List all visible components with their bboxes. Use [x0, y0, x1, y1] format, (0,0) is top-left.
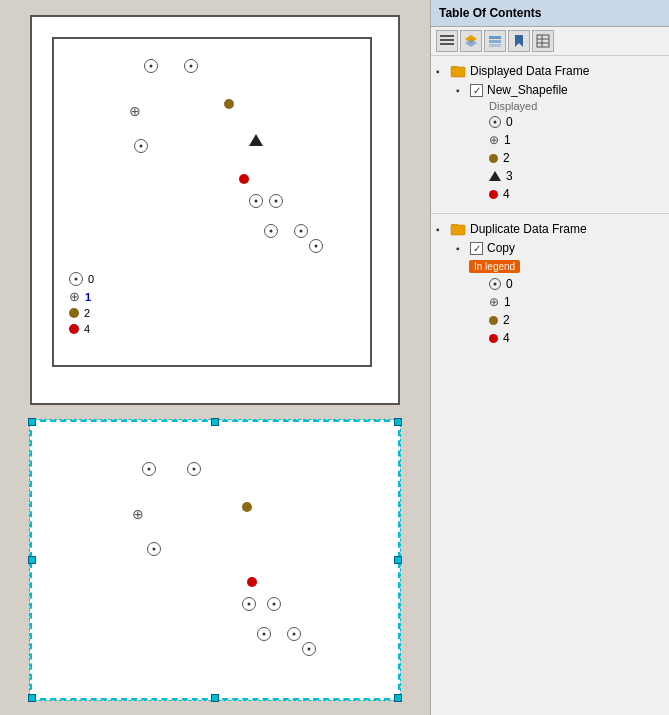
dup-symbol-circle-dot [242, 597, 256, 611]
legend-sym-brown-2 [489, 154, 498, 163]
toc-panel: Table Of Contents [430, 0, 669, 715]
toc-tool-list[interactable] [436, 30, 458, 52]
dup-symbol-circle-dot [287, 627, 301, 641]
toc-legend-copy-item-4: 4 [489, 329, 669, 347]
dup-symbol-crosshair: ⊕ [132, 507, 144, 521]
handle-bl[interactable] [28, 694, 36, 702]
checkbox-copy[interactable]: ✓ [470, 242, 483, 255]
symbol-circle-dot [184, 59, 198, 73]
in-legend-badge: In legend [469, 260, 520, 273]
legend-text-0: 0 [506, 115, 513, 129]
legend-sym-circle-dot-0 [489, 116, 501, 128]
layers-icon [464, 34, 478, 48]
dup-symbol-circle-dot [142, 462, 156, 476]
map-area: ⊕ [0, 0, 430, 715]
toc-section-duplicate: ▪ Duplicate Data Frame ▪ ✓ Copy In legen… [431, 219, 669, 347]
handle-tm[interactable] [211, 418, 219, 426]
svg-rect-14 [451, 66, 458, 69]
toc-legend-copy: 0 ⊕ 1 2 4 [451, 275, 669, 347]
toc-legend-copy-item-2: 2 [489, 311, 669, 329]
toc-tool-layers[interactable] [460, 30, 482, 52]
dup-symbol-circle-dot [302, 642, 316, 656]
dup-symbol-circle-dot [267, 597, 281, 611]
svg-rect-7 [489, 44, 501, 47]
svg-rect-1 [440, 39, 454, 41]
toc-legend-item-0: 0 [489, 113, 669, 131]
legend-item-0: 0 [69, 272, 94, 286]
legend-text-2: 2 [503, 151, 510, 165]
svg-rect-0 [440, 35, 454, 37]
legend-text-1: 1 [504, 133, 511, 147]
svg-rect-6 [489, 40, 501, 43]
displayed-frame-inner: ⊕ [52, 37, 372, 367]
legend-label-0: 0 [88, 273, 94, 285]
bookmark-icon [512, 34, 526, 48]
symbol-crosshair: ⊕ [129, 104, 141, 118]
toc-legend-item-4: 4 [489, 185, 669, 203]
dup-symbol-circle-dot [147, 542, 161, 556]
folder-icon-duplicate [450, 221, 466, 237]
handle-tr[interactable] [394, 418, 402, 426]
toc-layer-header-new-shapefile: ▪ ✓ New_Shapefile [451, 81, 669, 99]
folder-icon-displayed [450, 63, 466, 79]
toc-divider [431, 213, 669, 214]
copy-legend-text-1: 1 [504, 295, 511, 309]
in-legend-badge-container: In legend [451, 259, 669, 273]
toc-layer-copy: ▪ ✓ Copy In legend 0 ⊕ 1 [431, 239, 669, 347]
legend-text-4: 4 [503, 187, 510, 201]
toc-layer-header-copy: ▪ ✓ Copy [451, 239, 669, 257]
checkbox-new-shapefile[interactable]: ✓ [470, 84, 483, 97]
duplicate-frame[interactable]: ⊕ [30, 420, 400, 700]
toc-legend-new-shapefile: Displayed 0 ⊕ 1 2 3 [451, 99, 669, 203]
symbol-brown-dot [224, 99, 234, 109]
copy-legend-sym-red-4 [489, 334, 498, 343]
svg-rect-5 [489, 36, 501, 39]
copy-legend-sym-circle-dot-0 [489, 278, 501, 290]
toc-section-title-duplicate: Duplicate Data Frame [470, 222, 587, 236]
layer-name-new-shapefile: New_Shapefile [487, 83, 568, 97]
toc-tool-table[interactable] [532, 30, 554, 52]
symbol-circle-dot [134, 139, 148, 153]
toc-legend-item-1: ⊕ 1 [489, 131, 669, 149]
svg-rect-17 [451, 224, 458, 227]
legend-sym-red-4 [489, 190, 498, 199]
toc-content: ▪ Displayed Data Frame ▪ ✓ New_Shapefile… [431, 56, 669, 715]
legend-sym-triangle-3 [489, 171, 501, 181]
legend-text-3: 3 [506, 169, 513, 183]
toc-section-title-displayed: Displayed Data Frame [470, 64, 589, 78]
table-icon [536, 34, 550, 48]
dup-symbol-circle-dot [257, 627, 271, 641]
layer-name-copy: Copy [487, 241, 515, 255]
handle-mr[interactable] [394, 556, 402, 564]
expand-icon-duplicate: ▪ [436, 224, 446, 235]
dup-symbol-brown-dot [242, 502, 252, 512]
legend-sym-crosshair-1: ⊕ [489, 134, 499, 146]
toc-toolbar [431, 27, 669, 56]
legend: 0 ⊕ 1 2 4 [69, 272, 94, 335]
legend-item-1: ⊕ 1 [69, 290, 94, 303]
legend-item-4: 4 [69, 323, 94, 335]
handle-br[interactable] [394, 694, 402, 702]
svg-marker-4 [465, 39, 477, 47]
legend-label-1: 1 [85, 291, 91, 303]
toc-legend-item-3: 3 [489, 167, 669, 185]
dup-symbol-red-dot [247, 577, 257, 587]
symbol-circle-dot [264, 224, 278, 238]
copy-legend-text-2: 2 [503, 313, 510, 327]
handle-bm[interactable] [211, 694, 219, 702]
toc-tool-bookmark[interactable] [508, 30, 530, 52]
symbol-triangle [249, 134, 263, 146]
svg-rect-2 [440, 43, 454, 45]
symbol-circle-dot [144, 59, 158, 73]
svg-rect-9 [537, 35, 549, 47]
legend-label-2: 2 [84, 307, 90, 319]
displayed-frame[interactable]: ⊕ [30, 15, 400, 405]
toc-tool-stack[interactable] [484, 30, 506, 52]
legend-item-2: 2 [69, 307, 94, 319]
toc-section-header-displayed[interactable]: ▪ Displayed Data Frame [431, 61, 669, 81]
toc-section-header-duplicate[interactable]: ▪ Duplicate Data Frame [431, 219, 669, 239]
handle-tl[interactable] [28, 418, 36, 426]
copy-legend-text-4: 4 [503, 331, 510, 345]
toc-legend-item-2: 2 [489, 149, 669, 167]
handle-ml[interactable] [28, 556, 36, 564]
